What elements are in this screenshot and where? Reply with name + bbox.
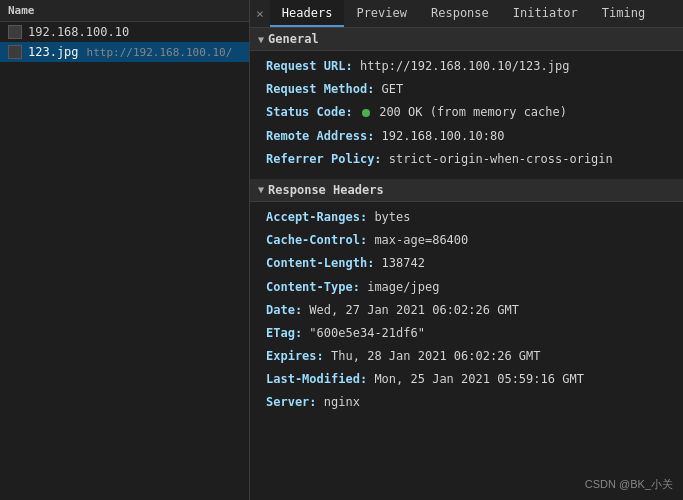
header-value: nginx [324, 395, 360, 409]
header-value: http://192.168.100.10/123.jpg [360, 59, 570, 73]
header-key: Cache-Control: [266, 233, 374, 247]
general-section-body: Request URL: http://192.168.100.10/123.j… [250, 51, 683, 179]
tab-timing[interactable]: Timing [590, 0, 657, 27]
general-field-row: Remote Address: 192.168.100.10:80 [266, 125, 671, 148]
header-value: Thu, 28 Jan 2021 06:02:26 GMT [331, 349, 541, 363]
tabs-bar: × HeadersPreviewResponseInitiatorTiming [250, 0, 683, 28]
response-header-field-row: Accept-Ranges: bytes [266, 206, 671, 229]
network-item-item-jpg[interactable]: 123.jpghttp://192.168.100.10/ [0, 42, 249, 62]
general-field-row: Request Method: GET [266, 78, 671, 101]
status-dot-icon [362, 109, 370, 117]
header-key: Content-Length: [266, 256, 382, 270]
response-header-field-row: Cache-Control: max-age=86400 [266, 229, 671, 252]
response-header-field-row: Expires: Thu, 28 Jan 2021 06:02:26 GMT [266, 345, 671, 368]
header-key: Status Code: [266, 105, 360, 119]
general-section-title: General [268, 32, 319, 46]
general-triangle-icon: ▼ [258, 34, 264, 45]
header-value: 192.168.100.10:80 [382, 129, 505, 143]
response-headers-section: ▼ Response Headers Accept-Ranges: bytesC… [250, 179, 683, 423]
header-key: Last-Modified: [266, 372, 374, 386]
response-headers-section-title: Response Headers [268, 183, 384, 197]
left-panel: Name 192.168.100.10123.jpghttp://192.168… [0, 0, 250, 500]
network-items-list: 192.168.100.10123.jpghttp://192.168.100.… [0, 22, 249, 62]
general-section-header[interactable]: ▼ General [250, 28, 683, 51]
network-item-item-ip[interactable]: 192.168.100.10 [0, 22, 249, 42]
general-field-row: Status Code: 200 OK (from memory cache) [266, 101, 671, 124]
response-header-field-row: Date: Wed, 27 Jan 2021 06:02:26 GMT [266, 299, 671, 322]
header-value: image/jpeg [367, 280, 439, 294]
network-panel-header: Name [0, 0, 249, 22]
header-value: max-age=86400 [374, 233, 468, 247]
response-header-field-row: Content-Type: image/jpeg [266, 276, 671, 299]
header-value: strict-origin-when-cross-origin [389, 152, 613, 166]
response-headers-triangle-icon: ▼ [258, 184, 264, 195]
header-value: Mon, 25 Jan 2021 05:59:16 GMT [374, 372, 584, 386]
header-key: Server: [266, 395, 324, 409]
network-item-icon [8, 25, 22, 39]
response-headers-section-header[interactable]: ▼ Response Headers [250, 179, 683, 202]
header-key: Referrer Policy: [266, 152, 389, 166]
headers-content[interactable]: ▼ General Request URL: http://192.168.10… [250, 28, 683, 500]
tab-headers[interactable]: Headers [270, 0, 345, 27]
tabs-container: HeadersPreviewResponseInitiatorTiming [270, 0, 657, 27]
header-value: 138742 [382, 256, 425, 270]
devtools-container: Name 192.168.100.10123.jpghttp://192.168… [0, 0, 683, 500]
network-item-name: 123.jpg [28, 45, 79, 59]
general-section: ▼ General Request URL: http://192.168.10… [250, 28, 683, 179]
header-key: Accept-Ranges: [266, 210, 374, 224]
header-value: 200 OK (from memory cache) [379, 105, 567, 119]
network-item-url: http://192.168.100.10/ [87, 46, 233, 59]
response-headers-section-body: Accept-Ranges: bytesCache-Control: max-a… [250, 202, 683, 423]
header-key: ETag: [266, 326, 309, 340]
header-value: bytes [374, 210, 410, 224]
header-key: Request URL: [266, 59, 360, 73]
tab-response[interactable]: Response [419, 0, 501, 27]
header-key: Expires: [266, 349, 331, 363]
network-item-icon [8, 45, 22, 59]
response-header-field-row: Server: nginx [266, 391, 671, 414]
right-panel: × HeadersPreviewResponseInitiatorTiming … [250, 0, 683, 500]
header-key: Date: [266, 303, 309, 317]
response-header-field-row: ETag: "600e5e34-21df6" [266, 322, 671, 345]
response-header-field-row: Last-Modified: Mon, 25 Jan 2021 05:59:16… [266, 368, 671, 391]
tab-close-button[interactable]: × [250, 0, 270, 27]
response-header-field-row: Content-Length: 138742 [266, 252, 671, 275]
tab-initiator[interactable]: Initiator [501, 0, 590, 27]
header-value: "600e5e34-21df6" [309, 326, 425, 340]
header-value: Wed, 27 Jan 2021 06:02:26 GMT [309, 303, 519, 317]
general-field-row: Request URL: http://192.168.100.10/123.j… [266, 55, 671, 78]
header-key: Request Method: [266, 82, 382, 96]
general-field-row: Referrer Policy: strict-origin-when-cros… [266, 148, 671, 171]
network-item-name: 192.168.100.10 [28, 25, 129, 39]
header-key: Remote Address: [266, 129, 382, 143]
header-key: Content-Type: [266, 280, 367, 294]
header-value: GET [382, 82, 404, 96]
tab-preview[interactable]: Preview [344, 0, 419, 27]
